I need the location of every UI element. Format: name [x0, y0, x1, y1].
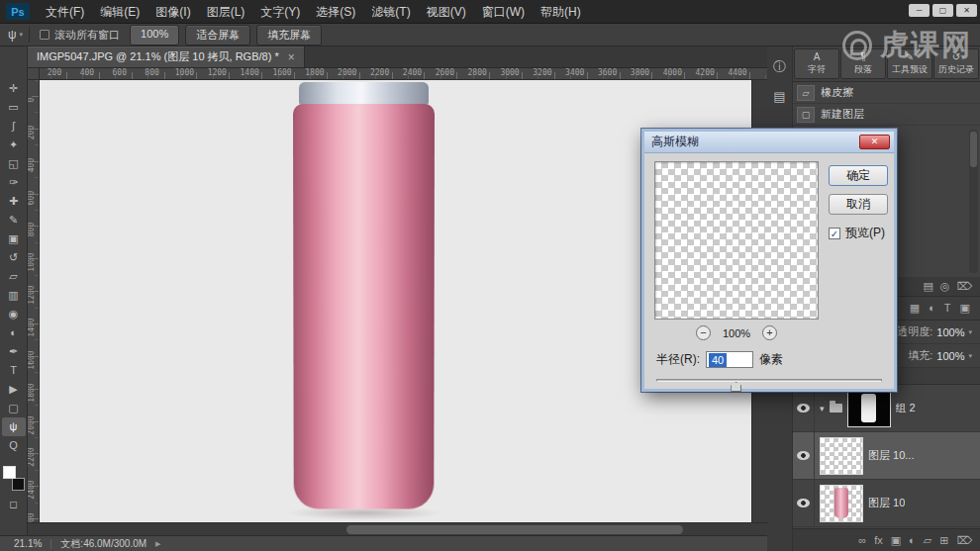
blur-tool[interactable]: ◉ — [2, 305, 26, 323]
zoom-tool[interactable]: Q — [2, 436, 26, 455]
layer-style-icon[interactable]: fx — [874, 535, 883, 546]
fill-value[interactable]: 100% — [936, 350, 964, 362]
gradient-tool[interactable]: ▥ — [2, 286, 26, 305]
history-scrollbar[interactable] — [969, 130, 978, 273]
status-arrow-button[interactable]: ▶ — [155, 540, 160, 548]
dialog-title-bar[interactable]: 高斯模糊 ✕ — [644, 132, 894, 153]
visibility-toggle[interactable] — [793, 480, 815, 526]
layer-thumbnail[interactable] — [847, 390, 891, 427]
delete-layer-icon[interactable]: ⌦ — [956, 535, 972, 546]
tool-preset-dropdown[interactable]: ψ ▾ — [4, 27, 30, 43]
horizontal-scrollbar-thumb[interactable] — [346, 525, 683, 534]
brush-tool[interactable]: ✎ — [2, 211, 26, 230]
quick-mask-icon[interactable]: ◻ — [9, 498, 17, 510]
info-panel-icon[interactable]: ⓘ — [771, 58, 789, 76]
ok-button[interactable]: 确定 — [829, 165, 888, 186]
opacity-value[interactable]: 100% — [936, 326, 964, 338]
add-layer-mask-icon[interactable]: ▣ — [891, 535, 901, 546]
chevron-down-icon[interactable]: ▾ — [968, 352, 972, 360]
menu-item[interactable]: 帮助(H) — [533, 0, 589, 24]
new-layer-icon[interactable]: ⊞ — [939, 535, 948, 546]
scroll-all-windows-checkbox[interactable]: 滚动所有窗口 — [40, 28, 120, 43]
path-selection-tool[interactable]: ▶ — [2, 380, 26, 399]
layer-row[interactable]: 图层 10 — [793, 480, 980, 527]
shape-tool[interactable]: ▢ — [2, 399, 26, 417]
dialog-close-button[interactable]: ✕ — [859, 135, 890, 149]
history-brush-tool[interactable]: ↺ — [2, 248, 26, 267]
menu-item[interactable]: 文件(F) — [38, 0, 92, 24]
hand-tool[interactable]: ψ — [2, 417, 26, 436]
lasso-tool[interactable]: ʃ — [2, 117, 26, 136]
layer-row[interactable]: ▾组 2 — [793, 385, 980, 432]
view-button[interactable]: 适合屏幕 — [185, 25, 250, 46]
view-button[interactable]: 填充屏幕 — [256, 25, 322, 46]
visibility-toggle[interactable] — [793, 385, 815, 431]
panel-tab-character[interactable]: A字符 — [794, 48, 839, 79]
crop-tool[interactable]: ◱ — [2, 154, 26, 173]
history-scrollbar-thumb[interactable] — [970, 132, 977, 167]
window-close-button[interactable]: ✕ — [956, 4, 977, 17]
menu-item[interactable]: 滤镜(T) — [363, 0, 418, 24]
zoom-level-field[interactable]: 21.1% — [14, 538, 42, 549]
ruler-origin-box[interactable] — [28, 68, 40, 80]
background-color-swatch[interactable] — [12, 478, 25, 491]
tab-close-icon[interactable]: × — [288, 51, 295, 63]
new-document-from-state-icon[interactable]: ▤ — [923, 281, 932, 292]
eyedropper-tool[interactable]: ✑ — [2, 173, 26, 192]
vertical-ruler[interactable]: 0200400600800100012001400160018002000220… — [28, 80, 40, 522]
rectangular-marquee-tool[interactable]: ▭ — [2, 98, 26, 117]
dodge-tool[interactable]: ◐ — [2, 323, 26, 342]
type-tool[interactable]: T — [2, 361, 26, 380]
clone-stamp-tool[interactable]: ▣ — [2, 230, 26, 248]
chevron-down-icon[interactable]: ▾ — [968, 328, 972, 336]
radius-slider[interactable] — [656, 375, 882, 389]
filter-shape-layers-icon[interactable]: ▣ — [960, 303, 970, 314]
menu-item[interactable]: 文字(Y) — [252, 0, 308, 24]
view-button[interactable]: 100% — [130, 25, 179, 46]
histogram-panel-icon[interactable]: ▤ — [771, 88, 789, 106]
eraser-tool[interactable]: ▱ — [2, 267, 26, 286]
radius-input[interactable]: 40 — [706, 351, 753, 368]
checkbox-box[interactable] — [40, 30, 49, 40]
horizontal-ruler[interactable]: 2004006008001000120014001600180020002200… — [40, 68, 767, 80]
new-group-icon[interactable]: ▱ — [924, 535, 931, 546]
healing-brush-tool[interactable]: ✚ — [2, 192, 26, 211]
history-state[interactable]: ▢新建图层 — [793, 104, 980, 126]
document-tab[interactable]: IMGP5047.JPG @ 21.1% (图层 10 拷贝, RGB/8) *… — [28, 46, 305, 67]
history-state[interactable]: ▱橡皮擦 — [793, 82, 980, 104]
menu-item[interactable]: 视图(V) — [419, 0, 474, 24]
link-layers-icon[interactable]: ∞ — [858, 535, 866, 546]
radius-slider-handle[interactable] — [731, 382, 741, 392]
chevron-down-icon[interactable]: ▾ — [820, 404, 825, 413]
foreground-color-swatch[interactable] — [3, 466, 16, 479]
checkbox-check-icon[interactable]: ✓ — [829, 228, 840, 239]
layer-thumbnail[interactable] — [820, 485, 863, 522]
menu-item[interactable]: 编辑(E) — [92, 0, 147, 24]
options-bar: ψ ▾ 滚动所有窗口 100%适合屏幕填充屏幕 — [0, 24, 980, 46]
new-snapshot-icon[interactable]: ◎ — [940, 281, 950, 292]
cancel-button[interactable]: 取消 — [829, 194, 888, 215]
delete-state-icon[interactable]: ⌦ — [956, 281, 972, 292]
preview-checkbox[interactable]: ✓ 预览(P) — [829, 225, 885, 241]
quick-selection-tool[interactable]: ✦ — [2, 136, 26, 154]
menu-item[interactable]: 图像(I) — [147, 0, 198, 24]
layer-thumbnail[interactable] — [820, 437, 863, 475]
menu-item[interactable]: 选择(S) — [308, 0, 363, 24]
zoom-out-icon[interactable]: − — [696, 325, 711, 340]
move-tool[interactable]: ✛ — [2, 79, 26, 98]
visibility-toggle[interactable] — [793, 432, 815, 479]
filter-type-layers-icon[interactable]: T — [944, 303, 951, 314]
window-maximize-button[interactable]: ▢ — [932, 4, 953, 17]
window-minimize-button[interactable]: ─ — [909, 4, 930, 17]
filter-pixel-layers-icon[interactable]: ▦ — [910, 303, 920, 314]
layer-row[interactable]: 图层 10... — [793, 432, 980, 480]
horizontal-scrollbar[interactable] — [28, 522, 767, 535]
filter-adjustment-layers-icon[interactable]: ◐ — [929, 303, 935, 314]
menu-item[interactable]: 窗口(W) — [474, 0, 533, 24]
menu-item[interactable]: 图层(L) — [199, 0, 253, 24]
pen-tool[interactable]: ✒ — [2, 342, 26, 361]
zoom-in-icon[interactable]: + — [762, 325, 777, 340]
color-swatches[interactable] — [3, 466, 25, 491]
blur-preview-area[interactable] — [654, 161, 819, 320]
adjustment-layer-icon[interactable]: ◐ — [909, 535, 916, 546]
